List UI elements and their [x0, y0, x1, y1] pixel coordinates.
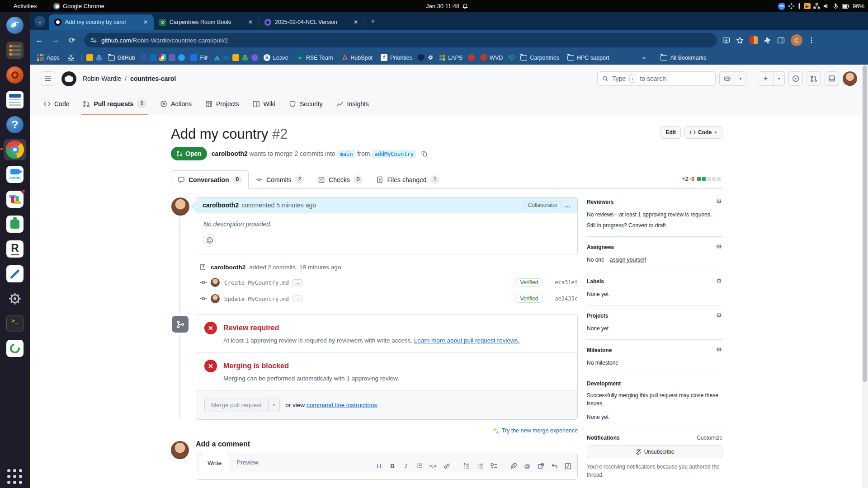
quote-icon[interactable] — [414, 460, 425, 472]
forward-button[interactable]: → — [49, 33, 62, 47]
show-applications-icon[interactable] — [7, 469, 23, 484]
bookmark-leave[interactable]: SLeave — [261, 53, 291, 62]
commit-expand-icon[interactable]: … — [292, 296, 302, 302]
music-player-icon[interactable] — [4, 64, 26, 86]
slack-bookmark-icon[interactable] — [159, 54, 166, 61]
cross-reference-icon[interactable] — [535, 460, 547, 472]
pr-author-link[interactable]: carolbooth2 — [212, 150, 248, 157]
merge-pull-request-button[interactable]: Merge pull request ▾ — [204, 398, 280, 412]
extensions-app-icon[interactable] — [4, 213, 26, 235]
slack-icon[interactable] — [4, 188, 26, 210]
mention-icon[interactable]: @ — [521, 460, 533, 472]
extension-colored-icon[interactable] — [750, 36, 758, 44]
page-scrollbar[interactable] — [862, 65, 868, 488]
head-branch-ref[interactable]: addMyCountry — [372, 150, 416, 158]
convert-to-draft-link[interactable]: Convert to draft — [628, 222, 666, 229]
github-logo[interactable] — [61, 71, 76, 86]
heading-icon[interactable]: H — [373, 460, 385, 472]
issues-button[interactable] — [788, 71, 803, 86]
breadcrumb-owner-link[interactable]: Robin-Wardle — [83, 75, 121, 82]
libreoffice-writer-icon[interactable] — [4, 89, 26, 111]
focused-app-indicator[interactable]: Google Chrome — [53, 0, 104, 12]
copilot-caret[interactable]: ▾ — [735, 72, 746, 85]
bookmark-apps[interactable]: Apps — [34, 53, 62, 62]
onedrive-icon[interactable] — [223, 54, 230, 61]
comment-author-avatar[interactable] — [171, 197, 189, 216]
verified-badge[interactable]: Verified — [515, 278, 543, 286]
crest-icon[interactable] — [418, 54, 425, 61]
purple-bookmark-icon[interactable] — [251, 54, 258, 61]
software-updater-icon[interactable] — [4, 338, 26, 359]
commits-timestamp-link[interactable]: 19 minutes ago — [299, 264, 341, 271]
code-icon[interactable]: <> — [427, 460, 439, 472]
github-user-avatar[interactable] — [843, 71, 857, 86]
commit-message-link[interactable]: Create MyCountry.md — [224, 279, 289, 286]
screenshare-tray-icon[interactable]: ▶ — [804, 3, 811, 9]
extensions-puzzle-icon[interactable] — [764, 37, 771, 44]
word-icon[interactable] — [140, 54, 147, 61]
comment-menu-icon[interactable]: … — [564, 202, 571, 209]
red-bookmark-icon[interactable] — [468, 54, 475, 61]
italic-icon[interactable]: I — [400, 460, 412, 472]
volume-tray-icon[interactable] — [823, 3, 830, 9]
keep-icon[interactable] — [86, 54, 93, 61]
create-new-button[interactable]: + ▾ — [758, 71, 785, 86]
back-button[interactable]: ← — [33, 33, 46, 47]
write-tab[interactable]: Write — [200, 453, 229, 472]
bookmarks-overflow-chevron[interactable]: » — [640, 53, 648, 62]
code-button[interactable]: Code ▼ — [684, 126, 722, 139]
tab-close-icon[interactable]: ✕ — [247, 19, 254, 26]
zoom-icon[interactable]: zoom — [4, 164, 26, 185]
settings-icon[interactable] — [4, 288, 26, 310]
notes-app-icon[interactable] — [4, 263, 26, 285]
tab-close-icon[interactable]: ✕ — [142, 19, 149, 26]
drive-icon[interactable] — [96, 54, 103, 61]
heart-icon[interactable] — [508, 54, 515, 61]
azure-icon[interactable] — [213, 54, 220, 61]
google-chrome-icon[interactable] — [4, 139, 26, 160]
zoom-tray-icon[interactable]: zm — [778, 3, 785, 10]
assignees-gear-icon[interactable] — [716, 243, 722, 251]
attach-file-icon[interactable] — [508, 460, 519, 472]
bookmark-folder-carpentries[interactable]: Carpentries — [518, 53, 562, 62]
microphone-tray-icon[interactable] — [832, 3, 839, 9]
system-tray[interactable]: zm ▶ 96% — [778, 0, 864, 12]
assign-yourself-link[interactable]: assign yourself — [610, 257, 646, 263]
bullet-list-icon[interactable] — [474, 460, 486, 472]
comment-author-link[interactable]: carolbooth2 — [203, 202, 239, 209]
network-tray-icon[interactable] — [813, 3, 820, 9]
keep-icon-2[interactable] — [232, 54, 239, 61]
nav-tab-insights[interactable]: Insights — [331, 93, 374, 115]
tab-commits[interactable]: Commits 2 — [249, 170, 311, 189]
side-panel-icon[interactable] — [777, 37, 785, 44]
edit-button[interactable]: Edit — [660, 126, 681, 139]
commit-sha-link[interactable]: ae2435c — [555, 296, 578, 302]
rstudio-icon[interactable]: R — [4, 238, 26, 260]
labels-gear-icon[interactable] — [716, 277, 722, 286]
profile-avatar[interactable]: C — [791, 34, 802, 46]
reply-icon[interactable] — [548, 460, 560, 472]
bookmark-folder-hpc[interactable]: HPC support — [565, 53, 612, 62]
spinner-tray-icon[interactable] — [788, 3, 795, 9]
pull-requests-button[interactable] — [807, 71, 821, 86]
review-docs-link[interactable]: Learn more about pull request reviews. — [414, 337, 519, 344]
chrome-menu-icon[interactable] — [808, 37, 815, 44]
bookmark-laps[interactable]: LAPS — [437, 53, 465, 62]
clockify-icon[interactable] — [178, 54, 185, 61]
reviewers-gear-icon[interactable] — [716, 198, 722, 206]
reload-button[interactable]: ⟳ — [65, 33, 79, 47]
inbox-button[interactable] — [825, 71, 839, 86]
gear-bookmark-icon[interactable] — [427, 54, 434, 61]
link-icon[interactable] — [441, 460, 453, 472]
outlook-icon[interactable] — [150, 54, 156, 61]
pen-tray-icon[interactable] — [797, 3, 801, 10]
commit-author-avatar[interactable] — [211, 278, 220, 287]
commit-author-avatar[interactable] — [211, 294, 220, 303]
hamburger-menu-button[interactable] — [41, 71, 55, 86]
all-bookmarks[interactable]: All Bookmarks — [658, 53, 709, 62]
projects-gear-icon[interactable] — [716, 312, 722, 320]
tab-search-button[interactable]: ⌄ — [34, 16, 45, 27]
activities-button[interactable]: Activities — [14, 0, 37, 12]
thunderbird-icon[interactable] — [4, 14, 26, 36]
add-reaction-button[interactable] — [203, 234, 216, 247]
